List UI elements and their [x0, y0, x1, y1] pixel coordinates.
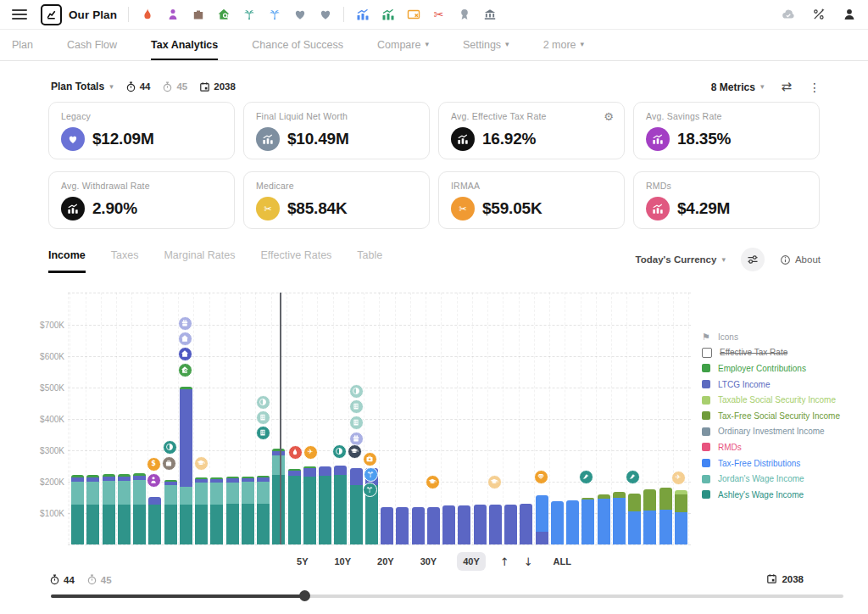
- bar-segment-j[interactable]: [257, 482, 270, 504]
- bar-segment-e[interactable]: [118, 474, 131, 477]
- bar-segment-j[interactable]: [242, 482, 254, 504]
- legend-item[interactable]: Taxable Social Security Income: [702, 392, 840, 408]
- bar-segment-l[interactable]: [442, 505, 455, 544]
- legend-item[interactable]: LTCG Income: [702, 377, 840, 393]
- bar-segment-a[interactable]: [226, 504, 239, 544]
- tab-compare[interactable]: Compare▾: [377, 31, 429, 60]
- grad-cap-icon[interactable]: [194, 456, 209, 471]
- bar-segment-l[interactable]: [164, 482, 177, 485]
- slider-thumb[interactable]: [299, 590, 310, 601]
- building-icon[interactable]: [349, 416, 364, 430]
- bar-segment-a[interactable]: [319, 476, 331, 544]
- range-button-all[interactable]: ALL: [548, 552, 577, 571]
- bar-segment-e[interactable]: [103, 474, 115, 477]
- bar-segment-j[interactable]: [133, 480, 146, 505]
- bar-segment-j[interactable]: [195, 483, 208, 504]
- bar-segment-a[interactable]: [350, 485, 363, 544]
- range-button-40y[interactable]: 40Y: [457, 552, 486, 571]
- chart-tab-effective-rates[interactable]: Effective Rates: [261, 249, 332, 273]
- dollar-icon[interactable]: $: [147, 457, 161, 472]
- metric-card-avg-withdrawal-rate[interactable]: Avg. Withdrawal Rate2.90%: [48, 171, 235, 229]
- bar-segment-x[interactable]: [675, 490, 687, 494]
- bar-segment-e[interactable]: [71, 475, 84, 477]
- bar-segment-j[interactable]: [226, 483, 239, 505]
- footer-year[interactable]: 2038: [766, 573, 804, 584]
- bar-segment-l[interactable]: [458, 505, 470, 544]
- bar-segment-l[interactable]: [520, 504, 532, 544]
- filter-sliders-button[interactable]: [741, 248, 765, 271]
- metric-card-avg-effective-tax-rate[interactable]: Avg. Effective Tax Rate16.92%⚙: [438, 102, 625, 159]
- bar-segment-t[interactable]: [643, 511, 656, 544]
- menu-icon[interactable]: [12, 9, 27, 20]
- bar-segment-t[interactable]: [598, 499, 610, 544]
- bar-segment-e[interactable]: [272, 449, 285, 451]
- gear-icon[interactable]: ⚙: [604, 110, 614, 123]
- tab-settings[interactable]: Settings▾: [463, 31, 509, 60]
- bar-segment-t[interactable]: [536, 495, 548, 533]
- bar-segment-a[interactable]: [86, 505, 99, 544]
- bar-segment-j[interactable]: [180, 487, 192, 505]
- timeline-slider[interactable]: [51, 589, 843, 601]
- bar-segment-l[interactable]: [334, 466, 347, 475]
- bar-segment-l[interactable]: [118, 477, 131, 481]
- tab-tax-analytics[interactable]: Tax Analytics: [151, 31, 218, 60]
- gift-icon[interactable]: [178, 316, 192, 331]
- diamond-icon[interactable]: [534, 470, 548, 484]
- range-button-30y[interactable]: 30Y: [415, 552, 443, 571]
- bar-segment-s[interactable]: [613, 492, 626, 498]
- chart-tab-income[interactable]: Income: [48, 249, 86, 273]
- bar-segment-l[interactable]: [180, 389, 192, 487]
- arrow-down-icon[interactable]: ↓: [524, 555, 533, 568]
- legend-item[interactable]: Tax-Free Distributions: [702, 455, 840, 472]
- bar-segment-e[interactable]: [303, 466, 316, 468]
- metric-card-avg-savings-rate[interactable]: Avg. Savings Rate18.35%: [633, 102, 820, 159]
- pie-icon[interactable]: [163, 440, 177, 455]
- range-button-5y[interactable]: 5Y: [291, 552, 314, 571]
- home-search-icon[interactable]: [216, 8, 231, 22]
- bar-segment-a[interactable]: [71, 505, 84, 544]
- bar-segment-a[interactable]: [103, 505, 115, 544]
- bar-segment-a[interactable]: [272, 475, 285, 544]
- bar-segment-t[interactable]: [551, 501, 564, 544]
- chart-tab-marginal-rates[interactable]: Marginal Rates: [164, 249, 235, 273]
- age-secondary-chip[interactable]: 45: [162, 81, 187, 92]
- bar-segment-s[interactable]: [643, 489, 656, 511]
- bar-segment-l[interactable]: [226, 478, 239, 482]
- heart-pulse-icon[interactable]: [318, 8, 332, 22]
- bar-segment-l[interactable]: [103, 477, 115, 481]
- bar-segment-l[interactable]: [288, 471, 301, 475]
- home-search-icon[interactable]: [178, 363, 192, 377]
- grad-cap-icon[interactable]: [426, 475, 440, 489]
- palm-tree-icon[interactable]: [267, 8, 281, 22]
- tab-cash-flow[interactable]: Cash Flow: [67, 31, 117, 60]
- legend-item[interactable]: RMDs: [702, 439, 840, 455]
- bar-segment-a[interactable]: [334, 475, 347, 544]
- bar-segment-l[interactable]: [133, 476, 146, 480]
- home-icon[interactable]: [178, 332, 192, 346]
- person-icon[interactable]: [165, 8, 180, 22]
- legend-item[interactable]: Employer Contributions: [702, 360, 840, 377]
- home-icon[interactable]: [178, 347, 192, 361]
- bar-segment-l[interactable]: [381, 507, 393, 544]
- bar-segment-a[interactable]: [148, 505, 161, 544]
- bar-segment-l[interactable]: [71, 477, 84, 482]
- bar-segment-t[interactable]: [675, 512, 687, 544]
- bar-segment-j[interactable]: [164, 485, 177, 505]
- bar-segment-l[interactable]: [536, 532, 548, 544]
- bar-segment-e[interactable]: [226, 477, 239, 478]
- bar-segment-t[interactable]: [613, 498, 626, 544]
- chart-tab-table[interactable]: Table: [357, 249, 382, 273]
- medical-icon[interactable]: [363, 452, 377, 466]
- bar-segment-l[interactable]: [474, 505, 487, 544]
- metric-card-irmaa[interactable]: IRMAA✂$59.05K: [438, 171, 625, 229]
- range-button-10y[interactable]: 10Y: [328, 552, 357, 571]
- swap-arrows-icon[interactable]: ⇄: [781, 81, 792, 93]
- bar-segment-s[interactable]: [598, 494, 610, 500]
- bar-segment-l[interactable]: [319, 466, 331, 475]
- metric-card-medicare[interactable]: Medicare✂$85.84K: [243, 171, 430, 229]
- metric-card-legacy[interactable]: Legacy$12.09M: [48, 102, 235, 159]
- bar-segment-a[interactable]: [288, 476, 301, 544]
- tab-2-more[interactable]: 2 more▾: [543, 31, 584, 60]
- palm-tree-icon[interactable]: [364, 467, 378, 482]
- pie-icon[interactable]: [332, 444, 347, 459]
